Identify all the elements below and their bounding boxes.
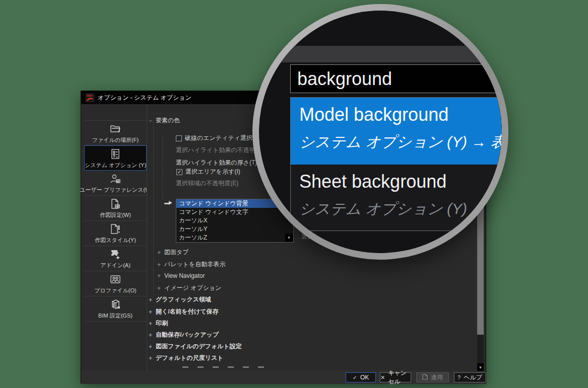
tree-node-label: 開く/名前を付けて保存 [156, 307, 218, 316]
tree-node-label: 印刷 [156, 319, 168, 328]
expand-icon[interactable]: + [149, 332, 153, 339]
x-icon: ✕ [380, 374, 385, 381]
dialog-footer: ✓ OK ✕ キャンセル 適用 ? ヘルプ [81, 371, 486, 384]
sidebar-item-drawing-style[interactable]: 作図スタイル(Y) [84, 221, 147, 246]
sidebar-item-label: アドイン(A) [100, 262, 130, 269]
user-preferences-icon [109, 172, 122, 185]
sidebar-item-drawing-settings[interactable]: 作図設定(W) [84, 196, 147, 221]
checkbox-checked[interactable]: ✓ [176, 169, 182, 175]
settings-search-input[interactable] [290, 64, 502, 93]
checkbox-unchecked[interactable] [176, 135, 182, 141]
app-icon-swoosh [87, 97, 94, 102]
apply-button: 適用 [416, 372, 449, 382]
help-button-label: ヘルプ [464, 373, 482, 382]
tree-node-image-options[interactable]: + イメージ オプション [157, 284, 222, 292]
tree-root-print[interactable]: + 印刷 [149, 319, 168, 328]
tree-node-label: パレットを自動非表示 [164, 260, 225, 269]
folder-icon [109, 122, 122, 135]
apply-sheet-icon [422, 374, 428, 381]
sidebar-item-label: ファイルの場所(F) [92, 136, 139, 144]
magnifier-ring: Model background システム オプション (Y) → 表 Shee… [252, 4, 508, 260]
listbox-scroll-down-button[interactable]: ▼ [285, 234, 293, 242]
expand-icon[interactable]: + [149, 320, 153, 327]
tree-guide-line [153, 121, 154, 297]
current-item-arrow-icon [164, 199, 173, 208]
expand-icon[interactable]: + [149, 343, 153, 350]
document-settings-icon [109, 197, 122, 210]
tree-root-autosave-backup[interactable]: + 自動保存/バックアップ [149, 331, 219, 339]
tree-node-label: View Navigator [164, 272, 205, 279]
magnifier-content: Model background システム オプション (Y) → 表 Shee… [259, 11, 502, 253]
dialog-title: オプション - システム オプション [98, 94, 191, 102]
tree-root-open-save[interactable]: + 開く/名前を付けて保存 [149, 307, 218, 316]
expand-icon[interactable]: + [157, 261, 161, 268]
puzzle-plus-icon [109, 248, 122, 261]
search-result-model-background[interactable]: Model background システム オプション (Y) → 表 [291, 98, 502, 165]
expand-icon[interactable]: + [157, 285, 161, 292]
sidebar-item-profiles[interactable]: プロファイル(O) [84, 271, 147, 296]
expand-icon[interactable]: + [149, 308, 153, 316]
tree-row-selection-area-opacity[interactable]: 選択領域の不透明度(E) [176, 179, 238, 188]
result-title: Sheet background [299, 171, 502, 192]
sidebar-item-system-options[interactable]: システム オプション (Y) [84, 145, 147, 171]
tree-root-graphics-area[interactable]: + グラフィックス領域 [149, 295, 211, 304]
tree-row-label: 選択領域の不透明度(E) [176, 179, 238, 188]
tree-guide-line [162, 135, 163, 200]
help-button[interactable]: ? ヘルプ [454, 372, 486, 382]
sidebar-item-label: ユーザー プリファレンス(U) [80, 186, 151, 194]
scrollbar-down-button[interactable]: ▼ [477, 363, 484, 371]
system-options-icon [109, 147, 122, 161]
tree-row-label: 選択エリアを示す(I) [185, 168, 240, 176]
tree-root-drawing-file-defaults[interactable]: + 図面ファイルのデフォルト設定 [149, 342, 242, 351]
tree-node-label: グラフィックス領域 [156, 295, 211, 304]
category-sidebar: ファイルの場所(F) システム オプション (Y) ユーザー プリファレンス(U… [84, 120, 147, 322]
list-item-cursor-z[interactable]: カーソルZ [176, 234, 293, 242]
search-result-sheet-background[interactable]: Sheet background システム オプション (Y) → [291, 165, 502, 231]
check-icon: ✓ [353, 374, 357, 381]
result-path: システム オプション (Y) → [299, 199, 502, 219]
tree-node-label: 図面タブ [164, 248, 189, 257]
ok-button[interactable]: ✓ OK [346, 372, 376, 382]
tree-row-label: 選択ハイライト効果の厚さ(T) [176, 159, 257, 167]
tree-node-label: 図面ファイルのデフォルト設定 [156, 342, 242, 351]
search-results-list: Model background システム オプション (Y) → 表 Shee… [290, 97, 502, 231]
tree-row-highlight-thickness[interactable]: 選択ハイライト効果の厚さ(T) [176, 159, 257, 167]
tree-node-label: イメージ オプション [164, 284, 222, 292]
question-icon: ? [458, 374, 461, 380]
cancel-button-label: キャンセル [388, 369, 411, 386]
cancel-button[interactable]: ✕ キャンセル [380, 372, 411, 382]
sidebar-item-label: システム オプション (Y) [85, 162, 146, 169]
tree-root-default-scale-list[interactable]: + デフォルトの尺度リスト [149, 354, 224, 362]
sidebar-item-label: BIM 設定(GS) [98, 312, 133, 320]
sidebar-item-addins[interactable]: アドイン(A) [84, 246, 147, 271]
document-exclaim-icon [109, 222, 122, 236]
expand-icon[interactable]: + [149, 296, 153, 303]
tree-group-element-colors[interactable]: − 要素の色 [149, 116, 180, 125]
tree-node-view-navigator[interactable]: + View Navigator [157, 272, 205, 279]
tree-node-drawing-tabs[interactable]: + 図面タブ [157, 248, 189, 257]
desktop-background: 2025 オプション - システム オプション ファイルの場所(F) システム … [0, 0, 588, 388]
sidebar-item-file-locations[interactable]: ファイルの場所(F) [84, 120, 147, 145]
result-title: Model background [299, 104, 502, 125]
result-path: システム オプション (Y) → 表 [299, 132, 502, 152]
expand-icon[interactable]: + [157, 249, 161, 256]
tree-group-label: 要素の色 [156, 116, 180, 125]
sidebar-item-user-preferences[interactable]: ユーザー プリファレンス(U) [84, 171, 147, 196]
tree-node-label: デフォルトの尺度リスト [156, 354, 224, 362]
expand-icon[interactable]: + [149, 355, 153, 362]
magnified-toolbar-band [259, 46, 502, 62]
bricscad-app-icon: 2025 [86, 94, 94, 102]
cube-icon [109, 298, 122, 311]
clipped-tree-row [182, 366, 273, 368]
collapse-icon[interactable]: − [149, 117, 153, 124]
sidebar-item-label: 作図スタイル(Y) [95, 237, 136, 244]
sidebar-item-label: プロファイル(O) [94, 287, 136, 294]
sidebar-item-bim-settings[interactable]: BIM 設定(GS) [84, 296, 147, 322]
expand-icon[interactable]: + [157, 272, 161, 279]
tree-node-auto-hide-palettes[interactable]: + パレットを自動非表示 [157, 260, 225, 269]
sidebar-item-label: 作図設定(W) [100, 211, 131, 219]
list-item-cursor-x[interactable]: カーソルX [176, 216, 293, 225]
list-item-cursor-y[interactable]: カーソルY [176, 225, 293, 234]
list-item-dynamic-highlight[interactable]: ダイナミック ハイライト [176, 242, 293, 243]
list-item-command-window-text[interactable]: コマンド ウィンドウ文字 [176, 208, 293, 216]
